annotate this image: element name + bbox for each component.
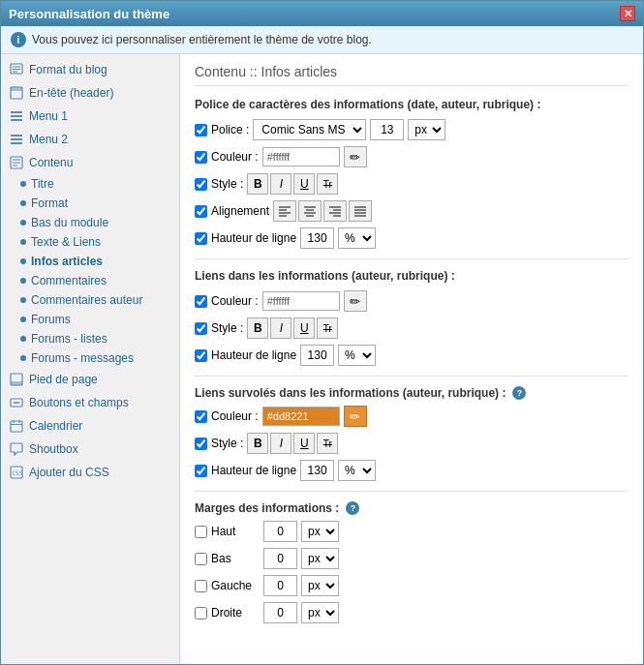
couleur1-preview[interactable]: #ffffff bbox=[262, 147, 340, 166]
blog-icon bbox=[9, 62, 24, 77]
hauteur2-input[interactable] bbox=[300, 345, 334, 366]
svg-rect-7 bbox=[11, 115, 22, 117]
main-window: Personnalisation du thème ✕ i Vous pouve… bbox=[0, 0, 644, 665]
sidebar-item-shoutbox[interactable]: Shoutbox bbox=[1, 438, 179, 461]
align-center1-button[interactable] bbox=[298, 200, 322, 222]
haut-unit[interactable]: px % bbox=[301, 521, 339, 542]
style2-row: Style : B I U Tr bbox=[195, 317, 629, 339]
hauteur2-unit[interactable]: % px bbox=[338, 345, 376, 366]
bold1-button[interactable]: B bbox=[247, 173, 268, 195]
hauteur3-input[interactable] bbox=[300, 460, 334, 481]
svg-rect-17 bbox=[11, 381, 22, 385]
italic1-button[interactable]: I bbox=[270, 173, 291, 195]
bas-checkbox[interactable] bbox=[195, 553, 207, 565]
hauteur1-input[interactable] bbox=[300, 227, 334, 249]
haut-checkbox[interactable] bbox=[195, 526, 207, 538]
contenu-icon bbox=[9, 155, 24, 170]
align1-checkbox[interactable] bbox=[195, 205, 207, 218]
droite-checkbox[interactable] bbox=[195, 607, 207, 620]
align-left1-button[interactable] bbox=[273, 200, 296, 222]
help3-icon[interactable]: ? bbox=[512, 386, 526, 400]
italic2-button[interactable]: I bbox=[270, 317, 291, 339]
strike3-button[interactable]: Tr bbox=[317, 433, 338, 454]
italic3-button[interactable]: I bbox=[270, 433, 291, 454]
sidebar-label-format-blog: Format du blog bbox=[29, 63, 107, 76]
couleur2-preview[interactable]: #ffffff bbox=[262, 291, 340, 311]
sidebar-item-boutons-champs[interactable]: Boutons et champs bbox=[1, 391, 179, 414]
sidebar-item-format-blog[interactable]: Format du blog bbox=[1, 58, 179, 81]
sidebar-sub-bas-module[interactable]: Bas du module bbox=[1, 213, 179, 232]
underline1-button[interactable]: U bbox=[293, 173, 315, 195]
hauteur2-checkbox[interactable] bbox=[195, 349, 207, 362]
sidebar-sub-label-titre: Titre bbox=[31, 177, 54, 191]
window-title: Personnalisation du thème bbox=[9, 7, 169, 21]
droite-label: Droite bbox=[211, 606, 260, 620]
sidebar-item-contenu[interactable]: Contenu bbox=[1, 151, 179, 174]
style2-buttons: B I U Tr bbox=[247, 317, 338, 339]
align1-row: Alignement bbox=[195, 200, 629, 222]
sidebar-label-shoutbox: Shoutbox bbox=[29, 442, 78, 456]
sidebar-item-pied-page[interactable]: Pied de page bbox=[1, 368, 179, 391]
sidebar-item-ajouter-css[interactable]: CSS Ajouter du CSS bbox=[1, 461, 179, 484]
police-checkbox[interactable] bbox=[195, 124, 207, 136]
bas-unit[interactable]: px % bbox=[301, 548, 339, 569]
gauche-input[interactable] bbox=[263, 575, 297, 596]
droite-input[interactable] bbox=[263, 602, 297, 623]
sidebar-item-menu1[interactable]: Menu 1 bbox=[1, 105, 179, 128]
section3-title-row: Liens survolés dans les informations (au… bbox=[195, 386, 629, 400]
sidebar-sub-texte-liens[interactable]: Texte & Liens bbox=[1, 232, 179, 252]
gauche-unit[interactable]: px % bbox=[301, 575, 339, 596]
hauteur3-unit[interactable]: % px bbox=[338, 460, 376, 481]
underline3-button[interactable]: U bbox=[293, 433, 315, 454]
hauteur3-checkbox[interactable] bbox=[195, 465, 207, 477]
bullet-texte-liens bbox=[20, 239, 26, 245]
sidebar-sub-infos-articles[interactable]: Infos articles bbox=[1, 252, 179, 271]
align-justify1-button[interactable] bbox=[349, 200, 372, 222]
sidebar-sub-forums-messages[interactable]: Forums - messages bbox=[1, 348, 179, 368]
sidebar-label-calendrier: Calendrier bbox=[29, 419, 82, 433]
hauteur2-row: Hauteur de ligne % px bbox=[195, 345, 629, 366]
sidebar-label-contenu: Contenu bbox=[29, 156, 73, 169]
couleur1-row: Couleur : #ffffff ✏ bbox=[195, 146, 629, 167]
bold3-button[interactable]: B bbox=[247, 433, 268, 454]
haut-input[interactable] bbox=[263, 521, 297, 542]
sidebar-sub-format[interactable]: Format bbox=[1, 194, 179, 213]
bas-input[interactable] bbox=[263, 548, 297, 569]
strike1-button[interactable]: Tr bbox=[317, 173, 338, 195]
sidebar-sub-commentaires[interactable]: Commentaires bbox=[1, 271, 179, 290]
couleur3-preview[interactable]: #dd8221 bbox=[262, 407, 340, 426]
eyedropper3-button[interactable]: ✏ bbox=[344, 406, 367, 427]
close-button[interactable]: ✕ bbox=[620, 6, 635, 21]
eyedropper1-button[interactable]: ✏ bbox=[344, 146, 367, 167]
eyedropper2-button[interactable]: ✏ bbox=[344, 290, 367, 312]
sidebar-item-calendrier[interactable]: Calendrier bbox=[1, 414, 179, 438]
sidebar-sub-label-infos-articles: Infos articles bbox=[31, 255, 103, 268]
couleur3-checkbox[interactable] bbox=[195, 410, 207, 423]
sidebar-sub-forums[interactable]: Forums bbox=[1, 310, 179, 329]
couleur1-checkbox[interactable] bbox=[195, 151, 207, 164]
strike2-button[interactable]: Tr bbox=[317, 317, 338, 339]
police-unit-select[interactable]: px % bbox=[408, 119, 445, 140]
sidebar-item-menu2[interactable]: Menu 2 bbox=[1, 128, 179, 151]
svg-rect-8 bbox=[11, 119, 22, 121]
sidebar-item-en-tete[interactable]: En-tête (header) bbox=[1, 81, 179, 105]
sidebar-sub-commentaires-auteur[interactable]: Commentaires auteur bbox=[1, 290, 179, 310]
hauteur1-checkbox[interactable] bbox=[195, 232, 207, 245]
pied-page-icon bbox=[9, 372, 24, 387]
style2-checkbox[interactable] bbox=[195, 322, 207, 335]
couleur2-checkbox[interactable] bbox=[195, 295, 207, 308]
info-icon: i bbox=[11, 32, 26, 47]
hauteur1-unit[interactable]: % px bbox=[338, 227, 376, 249]
style1-checkbox[interactable] bbox=[195, 178, 207, 191]
bold2-button[interactable]: B bbox=[247, 317, 268, 339]
droite-unit[interactable]: px % bbox=[301, 602, 339, 623]
police-select[interactable]: Comic Sans MS bbox=[253, 119, 366, 140]
underline2-button[interactable]: U bbox=[293, 317, 315, 339]
align-right1-button[interactable] bbox=[323, 200, 347, 222]
sidebar-sub-titre[interactable]: Titre bbox=[1, 174, 179, 194]
gauche-checkbox[interactable] bbox=[195, 580, 207, 592]
police-size-input[interactable] bbox=[370, 119, 404, 140]
help4-icon[interactable]: ? bbox=[346, 501, 359, 515]
sidebar-sub-forums-listes[interactable]: Forums - listes bbox=[1, 329, 179, 348]
style3-checkbox[interactable] bbox=[195, 438, 207, 450]
